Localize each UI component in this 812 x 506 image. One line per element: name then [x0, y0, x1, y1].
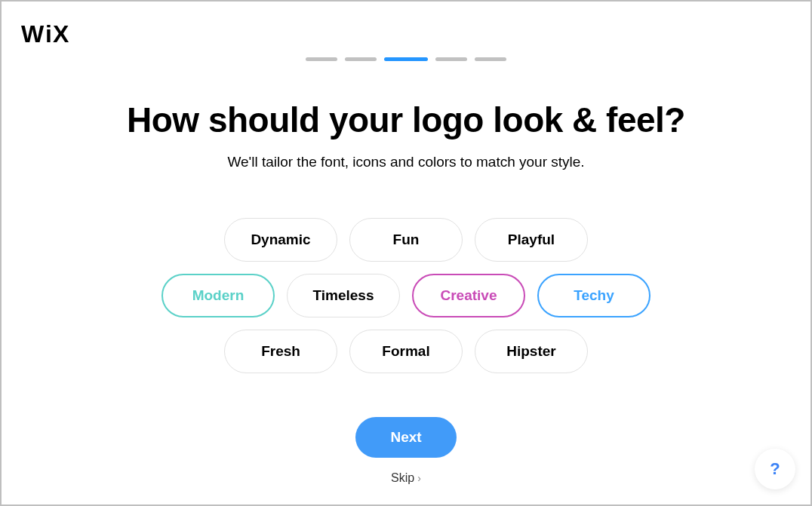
page-title: How should your logo look & feel?	[2, 100, 810, 140]
chip-label: Creative	[441, 287, 497, 304]
chip-playful[interactable]: Playful	[475, 218, 588, 262]
header-content: How should your logo look & feel? We'll …	[2, 100, 810, 170]
next-button[interactable]: Next	[355, 417, 457, 458]
progress-step-5	[475, 57, 506, 61]
wizard-window: W i X How should your logo look & feel? …	[2, 2, 810, 504]
progress-step-3	[384, 57, 428, 61]
svg-text:i: i	[45, 23, 51, 46]
chip-hipster[interactable]: Hipster	[475, 330, 588, 373]
help-button[interactable]: ?	[755, 449, 795, 489]
chip-row-3: Fresh Formal Hipster	[224, 330, 588, 373]
chip-modern[interactable]: Modern	[161, 274, 275, 317]
chevron-right-icon: ›	[417, 472, 421, 484]
chip-label: Dynamic	[251, 232, 310, 248]
svg-text:X: X	[53, 23, 69, 46]
progress-step-4	[435, 57, 467, 61]
chip-row-2: Modern Timeless Creative Techy	[161, 274, 651, 317]
chip-dynamic[interactable]: Dynamic	[224, 218, 337, 262]
chip-label: Techy	[574, 287, 614, 304]
chip-techy[interactable]: Techy	[537, 274, 651, 317]
page-subtitle: We'll tailor the font, icons and colors …	[2, 154, 810, 170]
progress-step-1	[306, 57, 337, 61]
chip-fun[interactable]: Fun	[349, 218, 463, 262]
chip-label: Formal	[382, 343, 429, 360]
chip-creative[interactable]: Creative	[412, 274, 525, 317]
skip-label: Skip	[391, 471, 414, 485]
chip-timeless[interactable]: Timeless	[287, 274, 400, 317]
chip-label: Hipster	[506, 343, 555, 360]
chip-label: Timeless	[313, 287, 374, 304]
chip-row-1: Dynamic Fun Playful	[224, 218, 588, 262]
skip-link[interactable]: Skip ›	[391, 471, 421, 485]
progress-step-2	[345, 57, 377, 61]
actions: Next Skip ›	[2, 417, 810, 485]
help-icon: ?	[770, 459, 780, 479]
chip-formal[interactable]: Formal	[349, 330, 463, 373]
next-button-label: Next	[390, 429, 421, 446]
chip-label: Fun	[393, 232, 420, 248]
svg-text:W: W	[21, 23, 45, 46]
chip-label: Fresh	[261, 343, 300, 360]
wix-logo: W i X	[21, 23, 80, 52]
chip-label: Modern	[192, 287, 245, 304]
chip-label: Playful	[508, 232, 555, 248]
progress-indicator	[306, 57, 506, 61]
chip-fresh[interactable]: Fresh	[224, 330, 337, 373]
style-chips: Dynamic Fun Playful Modern Timeless Crea…	[2, 218, 810, 373]
